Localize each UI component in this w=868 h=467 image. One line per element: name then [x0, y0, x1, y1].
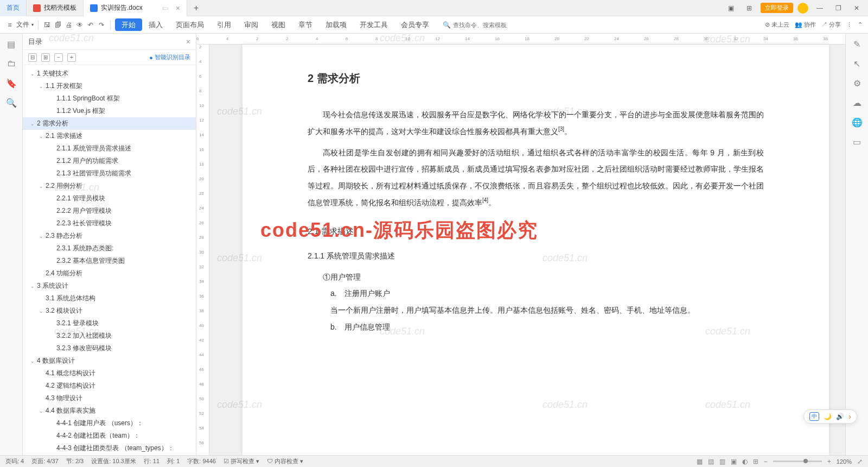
save-icon[interactable]: 🖫: [43, 21, 52, 29]
outline-item[interactable]: 2.3.2 基本信息管理类图: [23, 255, 196, 267]
outline-minus-button[interactable]: −: [54, 53, 63, 62]
preview-icon[interactable]: 👁: [75, 21, 84, 29]
outline-item[interactable]: 2.2.3 社长管理模块: [23, 217, 196, 230]
ribbon-tab-5[interactable]: 视图: [265, 18, 292, 31]
layout-icon[interactable]: ▣: [724, 3, 738, 14]
ribbon-tab-8[interactable]: 开发工具: [353, 18, 394, 31]
outline-item[interactable]: ⌄3 系统设计: [23, 280, 196, 292]
nav-icon[interactable]: 🗀: [7, 59, 16, 68]
moon-icon[interactable]: 🌙: [824, 413, 832, 420]
share-button[interactable]: ↗ 分享: [821, 21, 841, 29]
outline-item[interactable]: 3.1 系统总体结构: [23, 292, 196, 305]
contentcheck-toggle[interactable]: 🛡 内容检查 ▾: [267, 457, 303, 465]
tab-add-button[interactable]: +: [187, 3, 205, 13]
status-words[interactable]: 字数: 9446: [187, 457, 216, 465]
expand-icon[interactable]: ⌃: [858, 21, 863, 28]
outline-item[interactable]: 2.1.1 系统管理员需求描述: [23, 142, 196, 155]
redo-icon[interactable]: ↷: [97, 21, 106, 29]
more-icon[interactable]: ⋮: [846, 21, 852, 28]
outline-item[interactable]: 4-4-2 创建社团表（team）：: [23, 430, 196, 442]
tab-home[interactable]: 首页: [0, 0, 27, 16]
search-input[interactable]: [453, 22, 518, 28]
outline-item[interactable]: ⌄1.1 开发框架: [23, 80, 196, 92]
maximize-button[interactable]: ❐: [831, 3, 845, 14]
ribbon-tab-3[interactable]: 引用: [210, 18, 238, 31]
outline-plus-button[interactable]: +: [67, 53, 76, 62]
settings-icon[interactable]: ⚙: [852, 78, 862, 88]
minimize-button[interactable]: —: [813, 3, 827, 14]
outline-item[interactable]: 4-4-3 创建社团类型表 （team_types）：: [23, 442, 196, 455]
outline-item[interactable]: 2.2.2 用户管理模块: [23, 205, 196, 217]
outline-item[interactable]: 4.2 逻辑结构设计: [23, 380, 196, 392]
tab-close-icon[interactable]: ×: [176, 4, 180, 12]
smart-outline-button[interactable]: ● 智能识别目录: [149, 53, 190, 61]
outline-close-icon[interactable]: ×: [186, 37, 190, 46]
page-icon[interactable]: ▤: [7, 39, 16, 49]
outline-item[interactable]: 3.2.1 登录模块: [23, 317, 196, 330]
outline-expand-button[interactable]: ⊟: [28, 53, 37, 62]
outline-item[interactable]: 2.4 功能分析: [23, 267, 196, 280]
outline-item[interactable]: ⌄2 需求分析: [23, 117, 196, 130]
pen-icon[interactable]: ✎: [852, 39, 862, 49]
cursor-icon[interactable]: ↖: [852, 59, 862, 68]
tab-split-icon[interactable]: ▭: [162, 4, 168, 12]
print-icon[interactable]: 🖨: [65, 21, 73, 29]
outline-item[interactable]: 2.1.3 社团管理员功能需求: [23, 167, 196, 180]
outline-item[interactable]: 3.2.3 修改密码模块: [23, 342, 196, 355]
spellcheck-toggle[interactable]: ☑ 拼写检查 ▾: [224, 457, 259, 465]
outline-item[interactable]: ⌄1 关键技术: [23, 67, 196, 80]
outline-item[interactable]: 2.1.2 用户的功能需求: [23, 155, 196, 167]
outline-item[interactable]: 1.1.1 SpringBoot 框架: [23, 92, 196, 105]
outline-item[interactable]: 3.2.2 加入社团模块: [23, 330, 196, 342]
undo-icon[interactable]: ↶: [86, 21, 95, 29]
ribbon-tab-1[interactable]: 插入: [142, 18, 169, 31]
view-web-icon[interactable]: ▤: [708, 458, 714, 465]
view-print-icon[interactable]: ▦: [697, 458, 703, 465]
next-icon[interactable]: ›: [848, 412, 851, 421]
tab-template[interactable]: 找稻壳模板: [27, 0, 84, 16]
file-menu[interactable]: 文件▾: [16, 20, 34, 29]
ruler-vertical[interactable]: 2468101214161820222426283032343638404244…: [196, 45, 209, 455]
outline-item[interactable]: ⌄4.4 数据库表实施: [23, 405, 196, 417]
outline-item[interactable]: 4.1 概念结构设计: [23, 367, 196, 380]
ribbon-tab-7[interactable]: 加载项: [319, 18, 353, 31]
tab-document[interactable]: 实训报告.docx▭×: [84, 0, 187, 16]
outline-item[interactable]: ⌄4 数据库设计: [23, 355, 196, 367]
find-icon[interactable]: 🔍: [7, 98, 16, 108]
ribbon-tab-4[interactable]: 审阅: [238, 18, 265, 31]
menu-icon[interactable]: ≡: [5, 21, 14, 29]
outline-item[interactable]: 1.1.2 Vue.js 框架: [23, 105, 196, 117]
cloud-status[interactable]: ⊘ 未上云: [765, 21, 789, 29]
bookmark-icon[interactable]: 🔖: [7, 78, 16, 88]
theme-icon[interactable]: ◐: [742, 458, 748, 465]
ribbon-tab-9[interactable]: 会员专享: [394, 18, 436, 31]
zoom-value[interactable]: 120%: [837, 458, 852, 465]
ribbon-tab-2[interactable]: 页面布局: [169, 18, 210, 31]
zoom-in-button[interactable]: +: [827, 458, 831, 465]
ime-chinese-icon[interactable]: 中: [809, 412, 819, 421]
cloud-icon[interactable]: ☁: [852, 98, 862, 108]
outline-collapse-button[interactable]: ⊞: [41, 53, 50, 62]
outline-item[interactable]: ⌄2.1 需求描述: [23, 130, 196, 142]
split-icon[interactable]: ⊞: [753, 458, 758, 465]
close-button[interactable]: ✕: [850, 3, 864, 14]
fit-icon[interactable]: ⤢: [857, 458, 863, 465]
outline-item[interactable]: 4.3 物理设计: [23, 392, 196, 405]
apps-icon[interactable]: ⊞: [742, 3, 756, 14]
avatar[interactable]: [797, 3, 808, 14]
outline-item[interactable]: 4-4-1 创建用户表 （users）：: [23, 417, 196, 430]
globe-icon[interactable]: 🌐: [852, 117, 862, 127]
document-page[interactable]: 2 需求分析 现今社会信息传送发展迅速，校园服务平台应是数字化、网络化学校下的一…: [242, 45, 829, 455]
float-toolbar[interactable]: 中 🌙 🔊 ›: [803, 409, 857, 424]
outline-item[interactable]: 2.3.1 系统静态类图:: [23, 242, 196, 255]
zoom-out-button[interactable]: −: [764, 458, 768, 465]
view-outline-icon[interactable]: ▥: [719, 458, 725, 465]
view-read-icon[interactable]: ▣: [731, 458, 737, 465]
tool-icon[interactable]: ▭: [852, 137, 862, 147]
outline-item[interactable]: ⌄2.3 静态分析: [23, 230, 196, 242]
ruler-horizontal[interactable]: 642246810121416182022242628303234363840: [196, 34, 845, 45]
collab-button[interactable]: 👥 协作: [795, 21, 816, 29]
saveas-icon[interactable]: 🗐: [54, 21, 62, 29]
voice-icon[interactable]: 🔊: [836, 413, 844, 420]
outline-item[interactable]: ⌄3.2 模块设计: [23, 305, 196, 317]
